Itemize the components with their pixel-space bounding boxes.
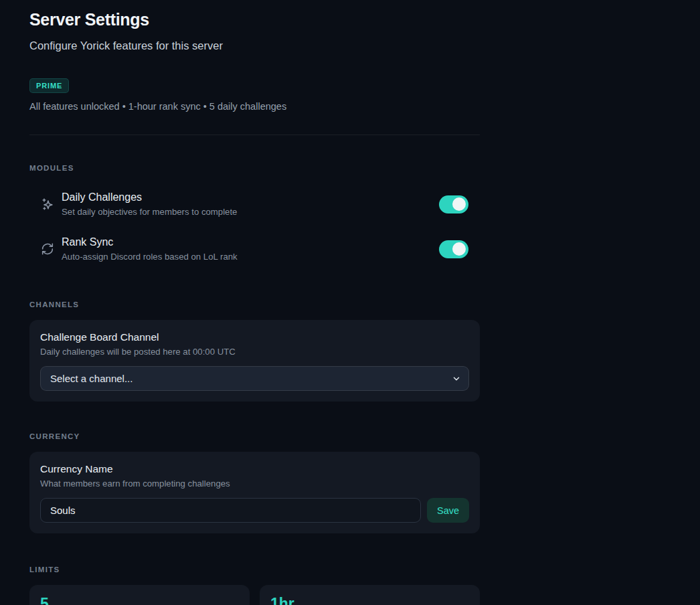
toggle-knob — [452, 197, 466, 211]
page-title: Server Settings — [29, 9, 480, 29]
channels-section-label: CHANNELS — [29, 300, 480, 309]
card-description: What members earn from completing challe… — [40, 478, 469, 489]
card-description: Daily challenges will be posted here at … — [40, 346, 469, 357]
rank-sync-toggle[interactable] — [439, 240, 468, 258]
limit-value: 5 — [40, 596, 239, 605]
card-title: Currency Name — [40, 462, 469, 476]
save-button[interactable]: Save — [427, 498, 469, 523]
toggle-knob — [452, 242, 466, 256]
modules-section-label: MODULES — [29, 163, 480, 173]
channel-select[interactable]: Select a channel... — [40, 366, 469, 391]
sparkles-icon — [40, 197, 55, 211]
refresh-icon — [40, 242, 55, 256]
module-row-daily-challenges: Daily Challenges Set daily objectives fo… — [29, 191, 480, 218]
module-description: Auto-assign Discord roles based on LoL r… — [62, 251, 439, 262]
module-text: Rank Sync Auto-assign Discord roles base… — [62, 236, 439, 262]
prime-badge: PRIME — [29, 78, 69, 93]
limits-section-label: LIMITS — [29, 565, 480, 574]
plan-description: All features unlocked • 1-hour rank sync… — [29, 100, 480, 113]
card-title: Challenge Board Channel — [40, 331, 469, 344]
currency-input-row: Save — [40, 498, 469, 523]
settings-page: Server Settings Configure Yorick feature… — [29, 0, 480, 605]
daily-challenges-toggle[interactable] — [439, 195, 468, 213]
channel-select-wrap: Select a channel... — [40, 366, 469, 391]
module-description: Set daily objectives for members to comp… — [62, 206, 439, 218]
channel-board-card: Challenge Board Channel Daily challenges… — [29, 320, 480, 402]
limit-value: 1hr — [270, 596, 469, 605]
limits-row: 5 Daily Challenges 1hr Rank Sync Interva… — [29, 585, 480, 605]
module-row-rank-sync: Rank Sync Auto-assign Discord roles base… — [29, 236, 480, 262]
currency-card: Currency Name What members earn from com… — [29, 452, 480, 533]
limit-card-daily-challenges: 5 Daily Challenges — [29, 585, 250, 605]
module-text: Daily Challenges Set daily objectives fo… — [62, 191, 439, 218]
limit-card-rank-sync-interval: 1hr Rank Sync Interval — [260, 585, 480, 605]
module-title: Daily Challenges — [62, 191, 439, 204]
page-subtitle: Configure Yorick features for this serve… — [29, 38, 480, 53]
plan-info: PRIME All features unlocked • 1-hour ran… — [29, 78, 480, 113]
currency-name-input[interactable] — [40, 498, 421, 523]
currency-section-label: CURRENCY — [29, 432, 480, 441]
module-title: Rank Sync — [62, 236, 439, 249]
divider — [29, 135, 480, 135]
